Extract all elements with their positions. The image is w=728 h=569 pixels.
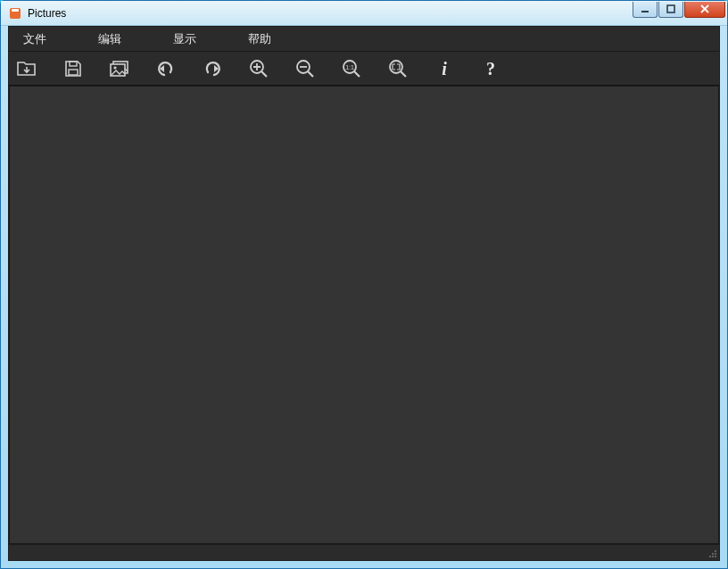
window-title: Pictures — [28, 7, 632, 20]
image-icon — [110, 60, 129, 78]
titlebar[interactable]: Pictures — [1, 1, 727, 26]
help-icon: ? — [482, 59, 500, 78]
undo-button[interactable] — [153, 56, 178, 81]
image-canvas[interactable] — [9, 86, 719, 544]
close-button[interactable] — [684, 2, 725, 18]
open-button[interactable] — [14, 56, 39, 81]
svg-rect-5 — [69, 70, 78, 75]
zoom-1to1-button[interactable]: 1:1 — [339, 56, 364, 81]
svg-rect-2 — [641, 11, 649, 12]
svg-point-20 — [709, 556, 711, 557]
maximize-button[interactable] — [658, 2, 683, 18]
resize-grip-icon[interactable] — [707, 548, 717, 558]
svg-point-21 — [712, 553, 714, 555]
menu-file[interactable]: 文件 — [14, 28, 55, 51]
menu-edit[interactable]: 编辑 — [89, 28, 130, 51]
image-button[interactable] — [107, 56, 132, 81]
svg-point-18 — [712, 556, 714, 557]
save-icon — [64, 60, 82, 78]
svg-rect-1 — [12, 9, 19, 12]
svg-point-19 — [715, 553, 716, 555]
help-button[interactable]: ? — [478, 56, 503, 81]
toolbar: 1:1 i ? — [9, 52, 719, 86]
zoom-out-icon — [295, 59, 315, 78]
info-button[interactable]: i — [432, 56, 457, 81]
svg-point-9 — [113, 66, 116, 69]
svg-text:i: i — [442, 59, 447, 78]
statusbar — [9, 544, 719, 560]
zoom-in-icon — [249, 59, 269, 78]
app-window: Pictures 文件 编辑 显示 帮助 — [0, 0, 728, 569]
minimize-button[interactable] — [633, 2, 658, 18]
zoom-1to1-icon: 1:1 — [342, 59, 361, 78]
menu-help[interactable]: 帮助 — [239, 28, 280, 51]
svg-point-22 — [715, 550, 716, 552]
svg-point-17 — [715, 556, 716, 557]
svg-point-14 — [390, 61, 402, 73]
zoom-fit-icon — [388, 59, 408, 78]
save-button[interactable] — [61, 56, 86, 81]
window-controls — [632, 2, 725, 20]
info-icon: i — [435, 59, 453, 78]
redo-icon — [203, 60, 222, 78]
zoom-fit-button[interactable] — [385, 56, 410, 81]
svg-rect-3 — [667, 5, 674, 12]
svg-text:?: ? — [486, 59, 495, 78]
redo-button[interactable] — [200, 56, 225, 81]
undo-icon — [156, 60, 176, 78]
menubar: 文件 编辑 显示 帮助 — [9, 27, 719, 52]
zoom-out-button[interactable] — [293, 56, 318, 81]
app-icon — [8, 6, 22, 21]
menu-view[interactable]: 显示 — [164, 28, 205, 51]
svg-text:1:1: 1:1 — [345, 64, 354, 70]
zoom-in-button[interactable] — [246, 56, 271, 81]
client-area: 文件 编辑 显示 帮助 — [8, 26, 720, 561]
open-folder-icon — [17, 60, 37, 78]
